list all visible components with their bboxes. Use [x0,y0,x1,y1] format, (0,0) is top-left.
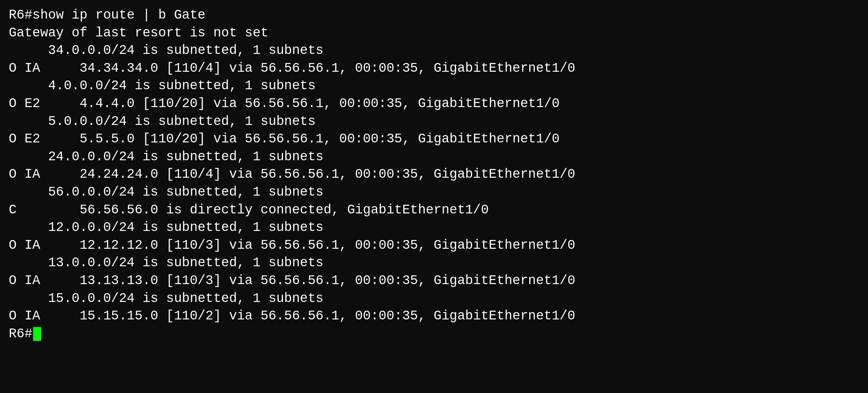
subnet-24-line: 24.0.0.0/24 is subnetted, 1 subnets [9,148,859,166]
terminal-screen: R6#show ip route | b Gate Gateway of las… [9,7,859,386]
prompt-text: R6# [9,325,32,343]
subnet-5-line: 5.0.0.0/24 is subnetted, 1 subnets [9,113,859,131]
subnet-4-line: 4.0.0.0/24 is subnetted, 1 subnets [9,77,859,95]
route-13-line: O IA 13.13.13.0 [110/3] via 56.56.56.1, … [9,272,859,290]
route-56-line: C 56.56.56.0 is directly connected, Giga… [9,201,859,219]
route-24-line: O IA 24.24.24.0 [110/4] via 56.56.56.1, … [9,166,859,184]
prompt-line[interactable]: R6# [9,325,859,343]
subnet-34-line: 34.0.0.0/24 is subnetted, 1 subnets [9,42,859,60]
route-34-line: O IA 34.34.34.0 [110/4] via 56.56.56.1, … [9,60,859,78]
gateway-status-line: Gateway of last resort is not set [9,24,859,42]
route-4-line: O E2 4.4.4.0 [110/20] via 56.56.56.1, 00… [9,95,859,113]
route-5-line: O E2 5.5.5.0 [110/20] via 56.56.56.1, 00… [9,130,859,148]
command-line: R6#show ip route | b Gate [9,7,859,24]
subnet-13-line: 13.0.0.0/24 is subnetted, 1 subnets [9,254,859,272]
route-15-line: O IA 15.15.15.0 [110/2] via 56.56.56.1, … [9,307,859,325]
terminal-cursor [33,327,41,341]
route-12-line: O IA 12.12.12.0 [110/3] via 56.56.56.1, … [9,237,859,255]
subnet-15-line: 15.0.0.0/24 is subnetted, 1 subnets [9,290,859,308]
subnet-56-line: 56.0.0.0/24 is subnetted, 1 subnets [9,184,859,201]
subnet-12-line: 12.0.0.0/24 is subnetted, 1 subnets [9,219,859,237]
